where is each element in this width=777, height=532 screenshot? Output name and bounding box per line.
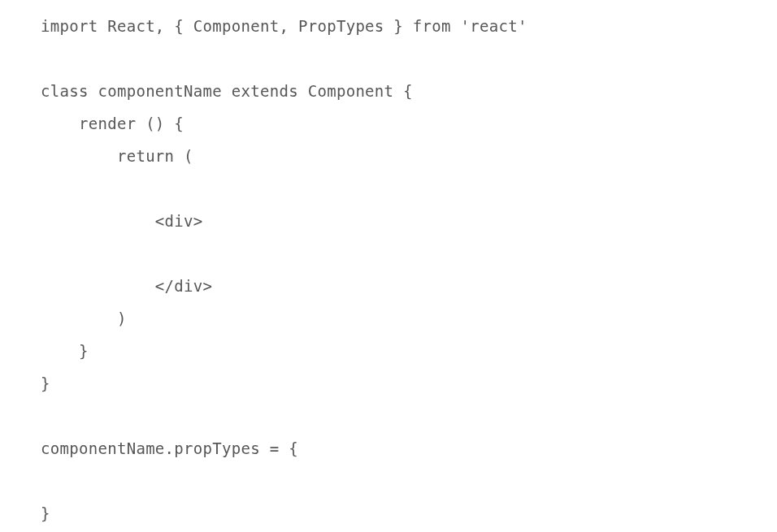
code-block: import React, { Component, PropTypes } f… xyxy=(0,0,777,532)
code-content: import React, { Component, PropTypes } f… xyxy=(41,17,527,532)
